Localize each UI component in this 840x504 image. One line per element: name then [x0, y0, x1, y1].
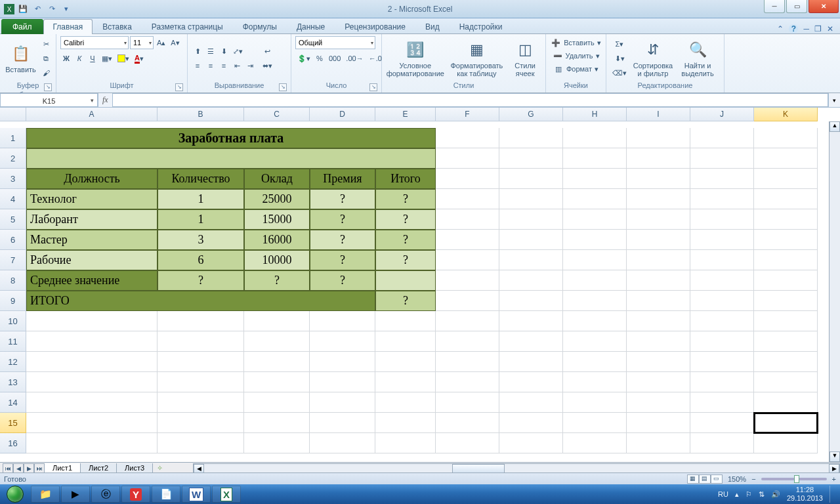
name-box-value[interactable]: K15	[0, 93, 98, 107]
view-page-layout-icon[interactable]: ▤	[699, 474, 711, 484]
cell[interactable]	[436, 189, 499, 209]
cell[interactable]: Среднее значение	[26, 270, 158, 291]
cell[interactable]	[375, 372, 436, 392]
cell[interactable]	[627, 250, 690, 270]
cell[interactable]	[499, 291, 563, 311]
vertical-scrollbar[interactable]: ▲ ▼	[829, 121, 840, 462]
cell[interactable]	[627, 148, 690, 169]
percent-icon[interactable]: %	[314, 52, 326, 65]
cell[interactable]	[436, 291, 499, 311]
font-color-icon[interactable]: A▾	[133, 52, 146, 65]
expand-formula-bar-icon[interactable]: ▾	[828, 93, 840, 107]
align-top-icon[interactable]: ⬆	[192, 45, 203, 58]
indent-dec-icon[interactable]: ⇤	[231, 59, 243, 72]
cell[interactable]: ?	[310, 209, 375, 230]
cell[interactable]	[499, 270, 563, 291]
row-header[interactable]: 1	[0, 128, 26, 148]
cell[interactable]	[26, 311, 158, 331]
copy-icon[interactable]: ⧉	[40, 52, 52, 65]
cell[interactable]	[754, 148, 818, 169]
row-header[interactable]: 9	[0, 291, 26, 311]
align-middle-icon[interactable]: ☰	[205, 45, 217, 58]
cell[interactable]	[499, 331, 563, 352]
tab-view[interactable]: Вид	[415, 19, 450, 34]
scroll-left-icon[interactable]: ◀	[194, 464, 204, 473]
cell[interactable]	[563, 331, 627, 352]
currency-icon[interactable]: 💲▾	[295, 52, 312, 65]
tray-clock[interactable]: 11:28 29.10.2013	[787, 486, 823, 503]
cell[interactable]	[499, 209, 563, 230]
cell[interactable]	[26, 413, 158, 433]
column-header[interactable]: F	[436, 108, 499, 121]
delete-cells-button[interactable]: ➖Удалить▾	[550, 49, 602, 62]
align-left-icon[interactable]: ≡	[192, 59, 203, 72]
cell[interactable]: Должность	[26, 169, 158, 189]
cell[interactable]	[690, 331, 754, 352]
tray-flag-icon[interactable]: ⚐	[746, 490, 752, 499]
help-icon[interactable]: ?	[789, 24, 798, 33]
zoom-level[interactable]: 150%	[728, 475, 746, 483]
cell[interactable]	[436, 372, 499, 392]
doc-restore-icon[interactable]: ❐	[814, 24, 822, 33]
row-header[interactable]: 7	[0, 250, 26, 270]
find-select-button[interactable]: 🔍Найти и выделить	[677, 39, 718, 77]
cell[interactable]: 16000	[244, 230, 310, 250]
cell[interactable]	[754, 209, 818, 230]
cell[interactable]	[499, 148, 563, 169]
cell[interactable]	[436, 352, 499, 372]
row-header[interactable]: 6	[0, 230, 26, 250]
show-desktop-button[interactable]	[830, 486, 835, 503]
cell[interactable]	[563, 128, 627, 148]
cell[interactable]	[244, 352, 310, 372]
format-cells-button[interactable]: ▥Формат▾	[551, 62, 601, 75]
font-size-combo[interactable]: 11	[130, 36, 154, 49]
taskbar-notepad-icon[interactable]: 📄	[152, 486, 180, 503]
zoom-in-icon[interactable]: +	[832, 475, 836, 483]
cell[interactable]	[754, 128, 818, 148]
cell[interactable]	[244, 433, 310, 453]
cell[interactable]	[310, 413, 375, 433]
cell[interactable]	[375, 331, 436, 352]
cell[interactable]	[627, 352, 690, 372]
cell[interactable]	[310, 372, 375, 392]
cell[interactable]	[754, 230, 818, 250]
sheet-tab-3[interactable]: Лист3	[116, 463, 153, 473]
cell[interactable]	[499, 189, 563, 209]
cell[interactable]	[158, 392, 244, 413]
font-name-combo[interactable]: Calibri	[60, 36, 129, 49]
cell[interactable]	[26, 433, 158, 453]
conditional-formatting-button[interactable]: 🔢Условное форматирование	[386, 39, 445, 77]
column-header[interactable]: E	[375, 108, 436, 121]
cell[interactable]	[375, 311, 436, 331]
cell[interactable]	[563, 230, 627, 250]
cell[interactable]	[244, 372, 310, 392]
indent-inc-icon[interactable]: ⇥	[244, 59, 256, 72]
cell[interactable]	[690, 311, 754, 331]
cell[interactable]: ?	[375, 250, 436, 270]
cell[interactable]	[754, 250, 818, 270]
cell[interactable]	[563, 148, 627, 169]
cell[interactable]	[627, 128, 690, 148]
cell[interactable]	[627, 372, 690, 392]
column-header[interactable]: G	[499, 108, 563, 121]
cell[interactable]	[563, 311, 627, 331]
cell[interactable]	[690, 209, 754, 230]
sort-filter-button[interactable]: ⇵Сортировка и фильтр	[631, 39, 675, 77]
insert-cells-button[interactable]: ➕Вставить▾	[548, 36, 604, 49]
name-box-dropdown-icon[interactable]: ▾	[87, 97, 97, 104]
cell[interactable]	[310, 352, 375, 372]
cell[interactable]: 15000	[244, 209, 310, 230]
qat-redo-icon[interactable]: ↷	[46, 4, 58, 14]
row-header[interactable]: 10	[0, 311, 26, 331]
cell[interactable]	[754, 169, 818, 189]
cell[interactable]: ?	[310, 250, 375, 270]
row-header[interactable]: 14	[0, 392, 26, 413]
cell[interactable]	[310, 331, 375, 352]
align-bottom-icon[interactable]: ⬇	[218, 45, 230, 58]
cell[interactable]	[310, 433, 375, 453]
hscroll-thumb[interactable]	[452, 464, 505, 473]
comma-icon[interactable]: 000	[327, 52, 343, 65]
cell[interactable]	[436, 413, 499, 433]
taskbar-word-icon[interactable]: W	[182, 486, 211, 503]
cell[interactable]	[754, 433, 818, 453]
